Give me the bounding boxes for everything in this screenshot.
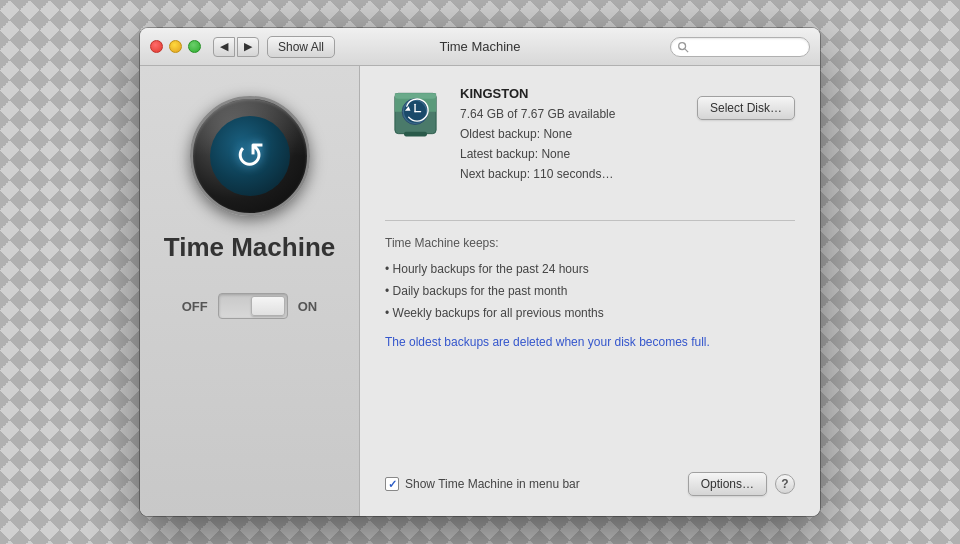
main-window: ◀ ▶ Show All Time Machine ↺ Time Machine (140, 28, 820, 516)
disk-info: KINGSTON 7.64 GB of 7.67 GB available Ol… (460, 86, 682, 185)
latest-backup-detail: Latest backup: None (460, 145, 682, 163)
bottom-buttons: Options… ? (688, 472, 795, 496)
window-title: Time Machine (439, 39, 520, 54)
disk-icon-container (385, 86, 445, 151)
titlebar: ◀ ▶ Show All Time Machine (140, 28, 820, 66)
oldest-backup-detail: Oldest backup: None (460, 125, 682, 143)
content-area: ↺ Time Machine OFF ON (140, 66, 820, 516)
forward-button[interactable]: ▶ (237, 37, 259, 57)
left-panel: ↺ Time Machine OFF ON (140, 66, 360, 516)
svg-line-1 (685, 49, 688, 52)
options-button[interactable]: Options… (688, 472, 767, 496)
backup-info-list: Hourly backups for the past 24 hours Dai… (385, 260, 795, 322)
toggle-container: OFF ON (182, 293, 318, 319)
keeps-title: Time Machine keeps: (385, 236, 795, 250)
bottom-bar: ✓ Show Time Machine in menu bar Options…… (385, 462, 795, 496)
right-panel: KINGSTON 7.64 GB of 7.67 GB available Ol… (360, 66, 820, 516)
checkmark-icon: ✓ (388, 478, 397, 491)
svg-rect-4 (394, 93, 435, 99)
show-all-button[interactable]: Show All (267, 36, 335, 58)
app-icon-container: ↺ (190, 96, 310, 216)
next-backup-detail: Next backup: 110 seconds… (460, 165, 682, 183)
select-disk-button[interactable]: Select Disk… (697, 96, 795, 120)
bullet-item-1: Hourly backups for the past 24 hours (385, 260, 795, 278)
on-off-toggle[interactable] (218, 293, 288, 319)
clock-face: ↺ (210, 116, 290, 196)
bullet-item-2: Daily backups for the past month (385, 282, 795, 300)
svg-point-0 (679, 42, 686, 49)
maximize-button[interactable] (188, 40, 201, 53)
clock-arrows-icon: ↺ (235, 135, 265, 177)
svg-rect-8 (404, 132, 427, 137)
toggle-on-label: ON (298, 299, 318, 314)
warning-text: The oldest backups are deleted when your… (385, 334, 795, 351)
traffic-lights (150, 40, 201, 53)
menu-bar-checkbox-label: Show Time Machine in menu bar (405, 477, 580, 491)
divider (385, 220, 795, 221)
search-box[interactable] (670, 37, 810, 57)
close-button[interactable] (150, 40, 163, 53)
toggle-off-label: OFF (182, 299, 208, 314)
info-section: Time Machine keeps: Hourly backups for t… (385, 236, 795, 462)
nav-buttons: ◀ ▶ (213, 37, 259, 57)
disk-space-detail: 7.64 GB of 7.67 GB available (460, 105, 682, 123)
search-icon (677, 41, 689, 53)
minimize-button[interactable] (169, 40, 182, 53)
menu-bar-checkbox[interactable]: ✓ (385, 477, 399, 491)
bullet-item-3: Weekly backups for all previous months (385, 304, 795, 322)
disk-icon (388, 86, 443, 141)
app-name-label: Time Machine (164, 232, 335, 263)
toggle-thumb (251, 296, 285, 316)
app-icon-outer: ↺ (190, 96, 310, 216)
help-button[interactable]: ? (775, 474, 795, 494)
disk-section: KINGSTON 7.64 GB of 7.67 GB available Ol… (385, 86, 795, 185)
menu-bar-checkbox-container: ✓ Show Time Machine in menu bar (385, 477, 580, 491)
back-button[interactable]: ◀ (213, 37, 235, 57)
disk-name: KINGSTON (460, 86, 682, 101)
